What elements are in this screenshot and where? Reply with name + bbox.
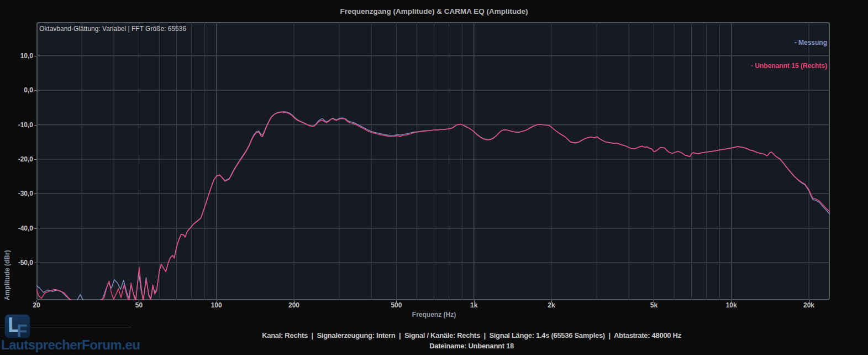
legend: - Messung - Unbenannt 15 (Rechts) — [751, 23, 827, 77]
status-bar-filename: Dateiname: Unbenannt 18 — [38, 342, 868, 350]
curve-messung — [36, 112, 830, 300]
y-tick-mark — [34, 56, 36, 56]
x-tick-label: 20 — [33, 301, 40, 309]
y-tick-mark — [34, 159, 36, 160]
frequency-response-chart — [36, 22, 830, 300]
x-tick-label: 100 — [211, 301, 222, 309]
lautsprecherforum-logo-icon: L F — [4, 314, 30, 338]
y-tick-mark — [34, 228, 36, 229]
curve-unbenannt-15-rechts- — [36, 112, 830, 300]
y-tick-mark — [34, 90, 36, 91]
x-tick-label: 20k — [803, 301, 814, 309]
x-tick-label: 200 — [288, 301, 299, 309]
y-tick-mark — [34, 194, 36, 194]
logo-letter-f: F — [17, 319, 28, 338]
y-axis-title: Amplitude (dBr) — [3, 22, 11, 300]
status-bar-measurement-info: Kanal: Rechts | Signalerzeugung: Intern … — [38, 331, 868, 340]
smoothing-fft-label: Oktavband-Glättung: Variabel | FFT Größe… — [39, 25, 186, 33]
legend-item-messung: - Messung — [751, 39, 827, 46]
y-tick-mark — [34, 125, 36, 126]
lautsprecherforum-watermark-text: LautsprecherForum.eu — [1, 337, 140, 353]
x-tick-label: 50 — [135, 301, 143, 309]
x-tick-label: 10k — [726, 301, 737, 309]
chart-title: Frequenzgang (Amplitude) & CARMA EQ (Amp… — [0, 7, 868, 15]
x-tick-label: 2k — [548, 301, 555, 309]
legend-item-unbenannt-15: - Unbenannt 15 (Rechts) — [751, 62, 827, 70]
x-tick-label: 5k — [650, 301, 657, 309]
x-tick-label: 1k — [470, 301, 477, 309]
x-axis-title: Frequenz (Hz) — [0, 311, 868, 319]
y-tick-mark — [34, 263, 36, 263]
plot-area[interactable] — [36, 22, 830, 300]
x-tick-label: 500 — [391, 301, 402, 309]
